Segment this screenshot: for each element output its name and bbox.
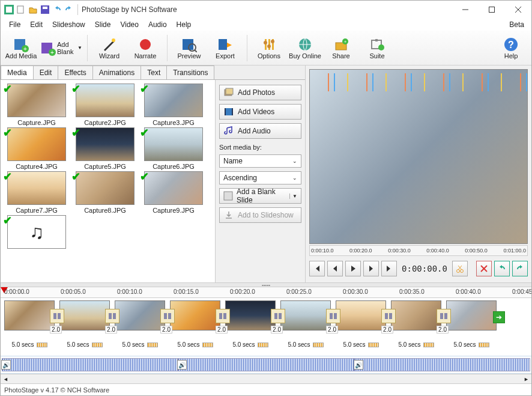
timeline-clip[interactable]: 2.05.0 secs [223, 300, 278, 353]
add-photos-button[interactable]: Add Photos [219, 85, 301, 100]
timeline-video-track[interactable]: 2.05.0 secs2.05.0 secs2.05.0 secs2.05.0 … [1, 298, 531, 356]
menu-video[interactable]: Video [115, 19, 143, 30]
undo-button[interactable] [494, 261, 510, 276]
tab-edit[interactable]: Edit [33, 65, 59, 79]
add-audio-button[interactable]: Add Audio [219, 123, 301, 139]
media-thumbnail[interactable]: ✔Capture5.JPG [73, 127, 138, 170]
timeline-clip[interactable]: ➔5.0 secs [444, 300, 499, 353]
help-button[interactable]: ? Help [494, 32, 528, 64]
horizontal-scrollbar[interactable]: ◄ ► [1, 374, 531, 383]
buy-online-button[interactable]: Buy Online [288, 32, 322, 64]
sort-direction-select[interactable]: Ascending⌄ [219, 171, 301, 184]
end-arrow-icon[interactable]: ➔ [493, 311, 505, 323]
tab-text[interactable]: Text [141, 65, 167, 79]
goto-start-button[interactable] [309, 261, 325, 276]
media-thumbnail[interactable]: ✔Capture.JPG [4, 84, 69, 126]
close-button[interactable] [505, 1, 531, 18]
prev-frame-button[interactable] [327, 261, 343, 276]
videos-icon [223, 106, 234, 117]
svg-rect-49 [113, 313, 116, 319]
narrate-button[interactable]: Narrate [128, 32, 162, 64]
menu-slide[interactable]: Slide [90, 19, 116, 30]
timeline-clip[interactable]: 2.05.0 secs [57, 300, 112, 353]
media-thumbnail[interactable]: ✔Capture2.JPG [73, 84, 138, 126]
wizard-button[interactable]: Wizard [92, 32, 126, 64]
chevron-down-icon[interactable]: ▼ [77, 45, 82, 50]
goto-end-button[interactable] [381, 261, 397, 276]
svg-rect-41 [224, 192, 232, 200]
narrate-icon [138, 37, 153, 52]
transition-icon[interactable] [381, 309, 396, 323]
transition-icon[interactable] [50, 309, 64, 323]
audio-clip[interactable]: 🔊 [354, 358, 530, 371]
split-button[interactable] [452, 261, 468, 276]
next-frame-button[interactable] [363, 261, 379, 276]
chevron-down-icon[interactable]: ▼ [289, 193, 297, 199]
media-thumbnail[interactable]: ✔Capture4.JPG [4, 127, 69, 170]
menu-audio[interactable]: Audio [144, 19, 172, 30]
add-blank-button[interactable]: + Add Blank ▼ [40, 32, 82, 64]
media-thumbnail[interactable]: ✔Capture9.JPG [141, 171, 206, 214]
media-thumbnail-audio[interactable]: ✔♫ [4, 215, 69, 249]
timeline-clip[interactable]: 2.05.0 secs [278, 300, 333, 353]
media-grid[interactable]: ✔Capture.JPG✔Capture2.JPG✔Capture3.JPG✔C… [1, 80, 215, 282]
check-icon: ✔ [71, 82, 80, 96]
main-toolbar: + Add Media + Add Blank ▼ Wizard Narrate… [1, 31, 531, 65]
svg-rect-59 [389, 313, 392, 319]
suite-button[interactable]: Suite [360, 32, 394, 64]
export-button[interactable]: Export [208, 32, 242, 64]
transition-icon[interactable] [437, 309, 451, 323]
add-media-button[interactable]: + Add Media [4, 32, 38, 64]
svg-rect-2 [17, 6, 23, 13]
timeline-clip[interactable]: 2.05.0 secs [333, 300, 388, 353]
tab-media[interactable]: Media [1, 65, 34, 79]
redo-button[interactable] [512, 261, 528, 276]
add-blank-slide-button[interactable]: Add a Blank Slide▼ [219, 188, 301, 204]
play-button[interactable] [345, 261, 361, 276]
undo-icon[interactable] [52, 5, 62, 14]
media-thumbnail[interactable]: ✔Capture7.JPG [4, 171, 69, 214]
transition-icon[interactable] [326, 309, 340, 323]
delete-button[interactable] [476, 261, 492, 276]
timeline-clip[interactable]: 2.05.0 secs [112, 300, 168, 353]
audio-clip[interactable]: 🔊 [2, 358, 178, 371]
maximize-button[interactable] [479, 1, 505, 18]
timeline-audio-track[interactable]: 🔊🔊🔊 [1, 356, 531, 374]
transition-icon[interactable] [105, 309, 119, 323]
horizontal-splitter[interactable]: ••••• [1, 282, 531, 287]
media-thumbnail[interactable]: ✔Capture3.JPG [141, 84, 206, 126]
svg-rect-22 [268, 39, 270, 50]
media-thumbnail[interactable]: ✔Capture6.JPG [141, 127, 206, 170]
transition-icon[interactable] [216, 309, 230, 323]
add-videos-button[interactable]: Add Videos [219, 104, 301, 120]
chevron-down-icon: ⌄ [292, 175, 297, 181]
svg-rect-4 [43, 7, 47, 9]
timeline-clip[interactable]: 2.05.0 secs [388, 300, 444, 353]
tab-animations[interactable]: Animations [92, 65, 141, 79]
timeline-clip[interactable]: 2.05.0 secs [168, 300, 223, 353]
transition-icon[interactable] [160, 309, 175, 323]
menu-help[interactable]: Help [172, 19, 196, 30]
options-button[interactable]: Options [252, 32, 286, 64]
add-to-slideshow-button[interactable]: Add to Slideshow [219, 207, 301, 223]
new-icon[interactable] [16, 5, 26, 14]
timeline-ruler[interactable]: 0:00:00.00:00:05.00:00:10.00:00:15.00:00… [1, 287, 531, 298]
preview-button[interactable]: Preview [172, 32, 206, 64]
transition-icon[interactable] [271, 309, 285, 323]
menu-edit[interactable]: Edit [25, 19, 47, 30]
media-thumbnail[interactable]: ✔Capture8.JPG [73, 171, 138, 214]
redo-icon[interactable] [64, 5, 74, 14]
timeline-clip[interactable]: 2.05.0 secs [2, 300, 57, 353]
sort-field-select[interactable]: Name⌄ [219, 154, 301, 168]
open-icon[interactable] [28, 5, 38, 14]
share-button[interactable]: + Share [324, 32, 358, 64]
tab-transitions[interactable]: Transitions [166, 65, 214, 79]
menu-slideshow[interactable]: Slideshow [47, 19, 90, 30]
svg-point-42 [457, 270, 460, 273]
audio-clip[interactable]: 🔊 [178, 358, 354, 371]
menu-file[interactable]: File [4, 19, 25, 30]
save-icon[interactable] [40, 5, 50, 14]
tab-effects[interactable]: Effects [58, 65, 92, 79]
preview-panel[interactable] [309, 69, 528, 244]
minimize-button[interactable] [452, 1, 479, 18]
